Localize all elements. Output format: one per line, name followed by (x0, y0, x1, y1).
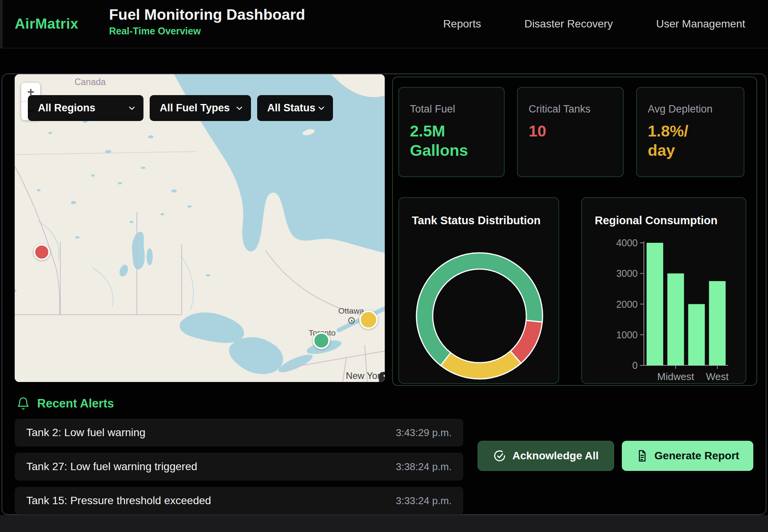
x-tick-label: Midwest (657, 371, 695, 382)
tank-marker-critical[interactable] (34, 244, 50, 260)
bar (688, 304, 705, 366)
x-tick-label: West (706, 371, 729, 382)
generate-report-button[interactable]: Generate Report (622, 441, 753, 471)
alert-time: 3:33:24 p.m. (396, 495, 452, 507)
nav-reports[interactable]: Reports (443, 18, 481, 30)
alert-row[interactable]: Tank 27: Low fuel warning triggered 3:38… (15, 453, 463, 481)
bar (667, 273, 684, 365)
alert-message: Tank 15: Pressure threshold exceeded (26, 494, 211, 507)
brand-logo: AirMatrix (15, 16, 79, 32)
window-bottom-strip (0, 515, 768, 532)
acknowledge-all-label: Acknowledge All (512, 450, 599, 462)
regional-consumption-chart-card: Regional Consumption 01000200030004000Mi… (581, 197, 746, 384)
stat-card-avg-depletion: Avg Depletion 1.8%/ day (636, 87, 744, 177)
fuel-map[interactable]: CanadaOttawaTorontoNew York + − All Regi… (15, 74, 385, 382)
nav-disaster-recovery[interactable]: Disaster Recovery (524, 18, 613, 30)
page-title: Fuel Monitoring Dashboard (109, 6, 305, 24)
stat-label: Critical Tanks (529, 103, 612, 115)
map-label-ottawa: Ottawa (338, 306, 364, 315)
region-filter-dropdown[interactable]: All Regions (28, 95, 143, 121)
status-filter-dropdown[interactable]: All Status (257, 95, 333, 121)
bell-icon (16, 397, 30, 411)
alert-row[interactable]: Tank 15: Pressure threshold exceeded 3:3… (15, 487, 463, 515)
alert-row[interactable]: Tank 2: Low fuel warning 3:43:29 p.m. (15, 419, 463, 447)
bar (709, 281, 725, 365)
map-label-canada: Canada (75, 77, 106, 87)
stat-value: 2.5M Gallons (410, 121, 493, 160)
y-tick-label: 0 (632, 360, 638, 371)
status-filter-label: All Status (267, 102, 316, 114)
tank-marker-normal[interactable] (313, 332, 330, 349)
y-tick-label: 2000 (616, 299, 638, 310)
tank-status-chart-card: Tank Status Distribution (398, 197, 559, 384)
alert-time: 3:43:29 p.m. (396, 427, 452, 439)
generate-report-label: Generate Report (654, 450, 739, 462)
header: AirMatrix Fuel Monitoring Dashboard Real… (0, 0, 768, 48)
y-tick-label: 1000 (616, 329, 638, 340)
alert-message: Tank 27: Low fuel warning triggered (26, 460, 197, 473)
chevron-down-icon (127, 104, 137, 113)
stat-label: Avg Depletion (648, 103, 733, 115)
alert-time: 3:38:24 p.m. (396, 461, 452, 473)
stat-value: 1.8%/ day (648, 121, 733, 160)
chart-title: Regional Consumption (595, 214, 717, 227)
bar (647, 243, 663, 365)
chevron-down-icon (317, 104, 326, 113)
stat-value: 10 (529, 121, 612, 141)
tank-marker-warning[interactable] (359, 310, 378, 329)
y-tick-label: 4000 (616, 237, 638, 248)
nav-user-management[interactable]: User Management (656, 18, 745, 30)
chart-title: Tank Status Distribution (412, 214, 541, 227)
city-ring-symbol (348, 317, 355, 324)
alerts-header: Recent Alerts (16, 397, 114, 411)
fuel-type-filter-dropdown[interactable]: All Fuel Types (150, 95, 251, 121)
check-circle-icon (493, 449, 506, 462)
region-filter-label: All Regions (38, 102, 96, 114)
page-subtitle: Real-Time Overview (109, 26, 305, 37)
map-filters: All Regions All Fuel Types All Status (28, 95, 333, 121)
y-tick-label: 3000 (616, 268, 638, 279)
alert-message: Tank 2: Low fuel warning (26, 426, 145, 439)
stat-label: Total Fuel (410, 103, 493, 115)
chevron-down-icon (235, 104, 244, 113)
dashboard-page: AirMatrix Fuel Monitoring Dashboard Real… (0, 0, 768, 532)
donut-segment-warning (441, 351, 521, 379)
top-nav: Reports Disaster Recovery User Managemen… (443, 0, 745, 48)
stat-card-total-fuel: Total Fuel 2.5M Gallons (398, 87, 505, 177)
title-block: Fuel Monitoring Dashboard Real-Time Over… (109, 6, 305, 37)
document-icon (636, 450, 648, 462)
acknowledge-all-button[interactable]: Acknowledge All (478, 441, 614, 471)
window-edge (0, 0, 3, 48)
alerts-title: Recent Alerts (37, 397, 114, 411)
stat-card-critical-tanks: Critical Tanks 10 (517, 87, 624, 177)
fuel-type-filter-label: All Fuel Types (160, 102, 230, 114)
